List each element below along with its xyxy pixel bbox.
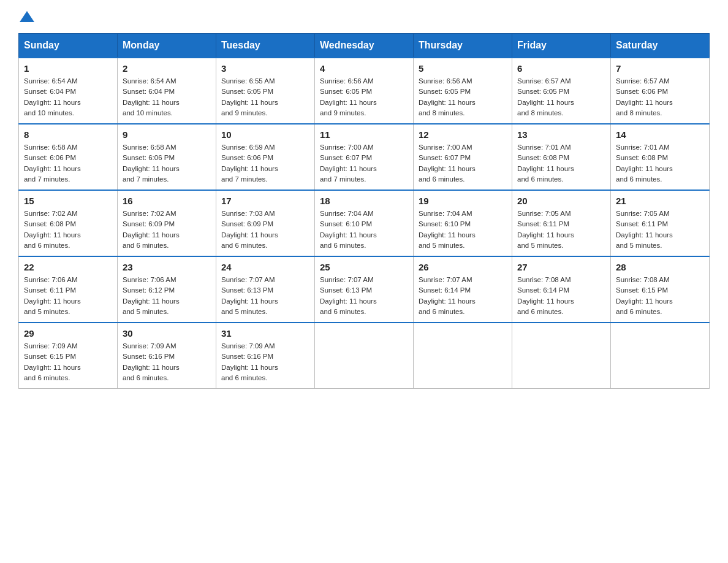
day-info: Sunrise: 6:56 AMSunset: 6:05 PMDaylight:… xyxy=(320,76,408,118)
calendar-cell: 23Sunrise: 7:06 AMSunset: 6:12 PMDayligh… xyxy=(118,256,216,323)
calendar-cell: 27Sunrise: 7:08 AMSunset: 6:14 PMDayligh… xyxy=(512,256,611,323)
day-info: Sunrise: 7:09 AMSunset: 6:15 PMDaylight:… xyxy=(24,341,112,383)
day-number: 24 xyxy=(221,262,309,272)
calendar-cell: 2Sunrise: 6:54 AMSunset: 6:04 PMDaylight… xyxy=(118,58,216,124)
day-number: 4 xyxy=(320,63,408,74)
day-number: 26 xyxy=(419,262,507,272)
calendar-cell: 14Sunrise: 7:01 AMSunset: 6:08 PMDayligh… xyxy=(611,124,710,190)
day-number: 20 xyxy=(517,196,605,206)
day-header-tuesday: Tuesday xyxy=(216,34,315,58)
day-number: 21 xyxy=(616,196,704,206)
day-number: 30 xyxy=(123,328,211,339)
calendar-cell: 25Sunrise: 7:07 AMSunset: 6:13 PMDayligh… xyxy=(315,256,414,323)
day-info: Sunrise: 7:09 AMSunset: 6:16 PMDaylight:… xyxy=(123,341,211,383)
calendar-cell xyxy=(611,323,710,389)
calendar-cell: 1Sunrise: 6:54 AMSunset: 6:04 PMDaylight… xyxy=(19,58,118,124)
calendar-cell: 12Sunrise: 7:00 AMSunset: 6:07 PMDayligh… xyxy=(414,124,512,190)
day-header-sunday: Sunday xyxy=(19,34,118,58)
day-info: Sunrise: 7:06 AMSunset: 6:12 PMDaylight:… xyxy=(123,275,211,317)
calendar-header-row: SundayMondayTuesdayWednesdayThursdayFrid… xyxy=(19,34,710,58)
day-number: 25 xyxy=(320,262,408,272)
day-number: 15 xyxy=(24,196,112,206)
day-info: Sunrise: 7:00 AMSunset: 6:07 PMDaylight:… xyxy=(320,142,408,185)
logo-text xyxy=(18,12,34,23)
day-header-friday: Friday xyxy=(512,34,611,58)
day-number: 19 xyxy=(419,196,507,206)
calendar-cell: 16Sunrise: 7:02 AMSunset: 6:09 PMDayligh… xyxy=(118,190,216,256)
calendar-cell: 30Sunrise: 7:09 AMSunset: 6:16 PMDayligh… xyxy=(118,323,216,389)
calendar-cell: 13Sunrise: 7:01 AMSunset: 6:08 PMDayligh… xyxy=(512,124,611,190)
calendar-cell: 31Sunrise: 7:09 AMSunset: 6:16 PMDayligh… xyxy=(216,323,315,389)
calendar-week-row: 22Sunrise: 7:06 AMSunset: 6:11 PMDayligh… xyxy=(19,256,710,323)
calendar-cell: 10Sunrise: 6:59 AMSunset: 6:06 PMDayligh… xyxy=(216,124,315,190)
day-info: Sunrise: 7:08 AMSunset: 6:15 PMDaylight:… xyxy=(616,275,704,317)
day-info: Sunrise: 6:58 AMSunset: 6:06 PMDaylight:… xyxy=(24,142,112,185)
calendar-cell xyxy=(315,323,414,389)
calendar-cell: 19Sunrise: 7:04 AMSunset: 6:10 PMDayligh… xyxy=(414,190,512,256)
day-number: 31 xyxy=(221,328,309,339)
day-number: 16 xyxy=(123,196,211,206)
logo xyxy=(18,12,34,22)
calendar-week-row: 1Sunrise: 6:54 AMSunset: 6:04 PMDaylight… xyxy=(19,58,710,124)
logo-flag-icon xyxy=(20,11,34,22)
day-number: 22 xyxy=(24,262,112,272)
day-number: 14 xyxy=(616,129,704,140)
day-info: Sunrise: 7:04 AMSunset: 6:10 PMDaylight:… xyxy=(419,209,507,251)
calendar-cell: 4Sunrise: 6:56 AMSunset: 6:05 PMDaylight… xyxy=(315,58,414,124)
day-number: 3 xyxy=(221,63,309,74)
calendar-cell: 18Sunrise: 7:04 AMSunset: 6:10 PMDayligh… xyxy=(315,190,414,256)
day-info: Sunrise: 7:07 AMSunset: 6:13 PMDaylight:… xyxy=(320,275,408,317)
day-number: 10 xyxy=(221,129,309,140)
day-info: Sunrise: 6:56 AMSunset: 6:05 PMDaylight:… xyxy=(419,76,507,118)
calendar-cell: 20Sunrise: 7:05 AMSunset: 6:11 PMDayligh… xyxy=(512,190,611,256)
day-number: 12 xyxy=(419,129,507,140)
calendar-week-row: 29Sunrise: 7:09 AMSunset: 6:15 PMDayligh… xyxy=(19,323,710,389)
day-info: Sunrise: 7:01 AMSunset: 6:08 PMDaylight:… xyxy=(517,142,605,185)
calendar-cell: 28Sunrise: 7:08 AMSunset: 6:15 PMDayligh… xyxy=(611,256,710,323)
day-number: 2 xyxy=(123,63,211,74)
calendar-cell: 5Sunrise: 6:56 AMSunset: 6:05 PMDaylight… xyxy=(414,58,512,124)
day-info: Sunrise: 7:09 AMSunset: 6:16 PMDaylight:… xyxy=(221,341,309,383)
day-number: 13 xyxy=(517,129,605,140)
calendar-cell: 7Sunrise: 6:57 AMSunset: 6:06 PMDaylight… xyxy=(611,58,710,124)
calendar-cell: 24Sunrise: 7:07 AMSunset: 6:13 PMDayligh… xyxy=(216,256,315,323)
day-info: Sunrise: 7:04 AMSunset: 6:10 PMDaylight:… xyxy=(320,209,408,251)
calendar-cell: 17Sunrise: 7:03 AMSunset: 6:09 PMDayligh… xyxy=(216,190,315,256)
calendar-cell xyxy=(512,323,611,389)
day-info: Sunrise: 6:58 AMSunset: 6:06 PMDaylight:… xyxy=(123,142,211,185)
day-header-monday: Monday xyxy=(118,34,216,58)
calendar-cell: 3Sunrise: 6:55 AMSunset: 6:05 PMDaylight… xyxy=(216,58,315,124)
calendar-cell: 22Sunrise: 7:06 AMSunset: 6:11 PMDayligh… xyxy=(19,256,118,323)
day-info: Sunrise: 7:05 AMSunset: 6:11 PMDaylight:… xyxy=(616,209,704,251)
day-info: Sunrise: 7:02 AMSunset: 6:09 PMDaylight:… xyxy=(123,209,211,251)
day-info: Sunrise: 6:54 AMSunset: 6:04 PMDaylight:… xyxy=(123,76,211,118)
day-info: Sunrise: 6:57 AMSunset: 6:06 PMDaylight:… xyxy=(616,76,704,118)
day-info: Sunrise: 6:54 AMSunset: 6:04 PMDaylight:… xyxy=(24,76,112,118)
calendar-cell: 11Sunrise: 7:00 AMSunset: 6:07 PMDayligh… xyxy=(315,124,414,190)
calendar-cell: 21Sunrise: 7:05 AMSunset: 6:11 PMDayligh… xyxy=(611,190,710,256)
day-info: Sunrise: 7:06 AMSunset: 6:11 PMDaylight:… xyxy=(24,275,112,317)
day-info: Sunrise: 7:05 AMSunset: 6:11 PMDaylight:… xyxy=(517,209,605,251)
day-header-wednesday: Wednesday xyxy=(315,34,414,58)
day-info: Sunrise: 7:01 AMSunset: 6:08 PMDaylight:… xyxy=(616,142,704,185)
calendar-table: SundayMondayTuesdayWednesdayThursdayFrid… xyxy=(18,33,710,389)
day-number: 9 xyxy=(123,129,211,140)
day-number: 8 xyxy=(24,129,112,140)
calendar-cell: 29Sunrise: 7:09 AMSunset: 6:15 PMDayligh… xyxy=(19,323,118,389)
day-number: 11 xyxy=(320,129,408,140)
day-info: Sunrise: 7:00 AMSunset: 6:07 PMDaylight:… xyxy=(419,142,507,185)
calendar-cell: 6Sunrise: 6:57 AMSunset: 6:05 PMDaylight… xyxy=(512,58,611,124)
day-info: Sunrise: 7:02 AMSunset: 6:08 PMDaylight:… xyxy=(24,209,112,251)
day-number: 23 xyxy=(123,262,211,272)
day-info: Sunrise: 7:08 AMSunset: 6:14 PMDaylight:… xyxy=(517,275,605,317)
day-number: 29 xyxy=(24,328,112,339)
day-info: Sunrise: 7:03 AMSunset: 6:09 PMDaylight:… xyxy=(221,209,309,251)
calendar-cell xyxy=(414,323,512,389)
day-number: 7 xyxy=(616,63,704,74)
day-number: 28 xyxy=(616,262,704,272)
day-header-thursday: Thursday xyxy=(414,34,512,58)
calendar-week-row: 15Sunrise: 7:02 AMSunset: 6:08 PMDayligh… xyxy=(19,190,710,256)
day-header-saturday: Saturday xyxy=(611,34,710,58)
day-number: 17 xyxy=(221,196,309,206)
day-number: 5 xyxy=(419,63,507,74)
